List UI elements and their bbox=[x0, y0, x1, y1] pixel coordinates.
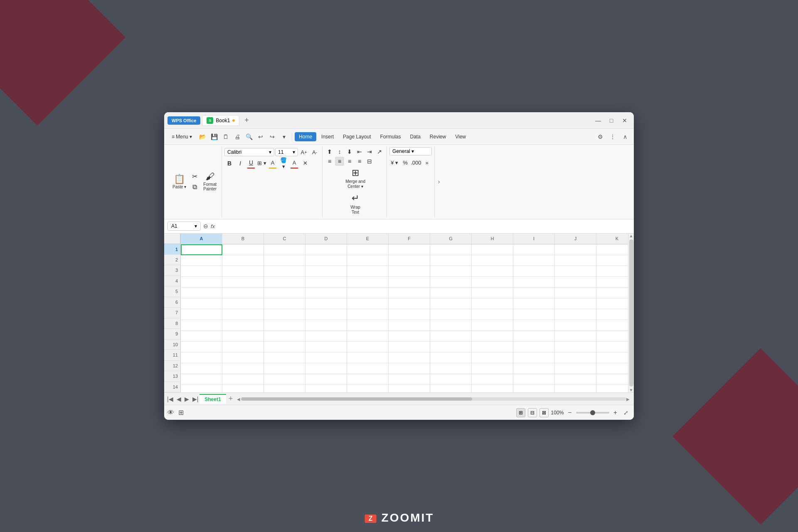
hscroll-left-arrow[interactable]: ◀ bbox=[237, 397, 241, 401]
row-num-10[interactable]: 10 bbox=[164, 340, 180, 350]
bold-button[interactable]: B bbox=[224, 158, 234, 168]
row-num-14[interactable]: 14 bbox=[164, 382, 180, 392]
cell-C1[interactable] bbox=[264, 244, 305, 255]
col-header-J[interactable]: J bbox=[555, 234, 596, 244]
vertical-scrollbar[interactable]: ▲ ▼ bbox=[628, 234, 634, 392]
document-tab[interactable]: S Book1 bbox=[202, 115, 239, 126]
row-num-6[interactable]: 6 bbox=[164, 297, 180, 308]
add-sheet-button[interactable]: + bbox=[226, 394, 236, 403]
grid-view-icon[interactable]: ⊞ bbox=[178, 409, 184, 416]
row-num-8[interactable]: 8 bbox=[164, 318, 180, 329]
row-num-1[interactable]: 1 bbox=[164, 244, 180, 254]
align-bottom-button[interactable]: ⬇ bbox=[345, 147, 354, 156]
col-header-A[interactable]: A bbox=[181, 234, 222, 244]
zoom-slider-thumb[interactable] bbox=[590, 410, 595, 415]
minimize-button[interactable]: — bbox=[592, 116, 604, 125]
sheet-tab-sheet1[interactable]: Sheet1 bbox=[200, 394, 226, 404]
align-justify-button[interactable]: ≡ bbox=[355, 157, 364, 166]
collapse-ribbon-icon[interactable]: ∧ bbox=[620, 131, 631, 142]
template-icon[interactable]: 🗒 bbox=[220, 131, 231, 142]
wps-logo-button[interactable]: WPS Office bbox=[167, 116, 200, 125]
cell-A1[interactable] bbox=[181, 244, 222, 255]
row-num-5[interactable]: 5 bbox=[164, 286, 180, 297]
percent-button[interactable]: % bbox=[400, 158, 410, 167]
row-num-4[interactable]: 4 bbox=[164, 276, 180, 286]
col-header-G[interactable]: G bbox=[430, 234, 472, 244]
col-header-E[interactable]: E bbox=[347, 234, 389, 244]
cell-F1[interactable] bbox=[389, 244, 430, 255]
normal-view-button[interactable]: ⊞ bbox=[516, 408, 525, 417]
comma-button[interactable]: ,000 bbox=[411, 158, 421, 167]
fullscreen-button[interactable]: ⤢ bbox=[621, 408, 631, 417]
wrap-text-button[interactable]: ↵ WrapText bbox=[342, 191, 369, 216]
row-num-9[interactable]: 9 bbox=[164, 329, 180, 339]
page-layout-view-button[interactable]: ⊟ bbox=[528, 408, 537, 417]
clear-format-button[interactable]: ✕ bbox=[300, 158, 310, 168]
menu-item-home[interactable]: Home bbox=[295, 132, 316, 141]
print-icon[interactable]: 🖨 bbox=[232, 131, 243, 142]
menu-item-view[interactable]: View bbox=[451, 132, 470, 141]
maximize-button[interactable]: □ bbox=[606, 116, 617, 125]
fill-color-btn2[interactable]: 🪣 ▾ bbox=[278, 158, 288, 168]
cell-A2[interactable] bbox=[181, 255, 222, 266]
font-shrink-button[interactable]: A- bbox=[310, 147, 320, 157]
italic-button[interactable]: I bbox=[235, 158, 245, 168]
col-header-F[interactable]: F bbox=[389, 234, 430, 244]
align-center-button[interactable]: ≡ bbox=[335, 157, 344, 166]
ribbon-scroll-right[interactable]: › bbox=[435, 146, 443, 217]
cell-K1[interactable] bbox=[596, 244, 628, 255]
cell-E1[interactable] bbox=[347, 244, 389, 255]
menu-item-insert[interactable]: Insert bbox=[317, 132, 338, 141]
align-left-button[interactable]: ≡ bbox=[325, 157, 334, 166]
currency-button[interactable]: ¥ ▾ bbox=[389, 158, 399, 167]
page-break-view-button[interactable]: ⊠ bbox=[539, 408, 549, 417]
col-header-C[interactable]: C bbox=[264, 234, 305, 244]
open-folder-icon[interactable]: 📂 bbox=[197, 131, 208, 142]
zoom-out-button[interactable]: − bbox=[566, 409, 573, 416]
col-header-K[interactable]: K bbox=[596, 234, 628, 244]
row-num-11[interactable]: 11 bbox=[164, 350, 180, 360]
col-header-D[interactable]: D bbox=[305, 234, 347, 244]
menu-item-formulas[interactable]: Formulas bbox=[376, 132, 405, 141]
orientation-button[interactable]: ↗ bbox=[375, 147, 384, 156]
scrollbar-down-arrow[interactable]: ▼ bbox=[629, 387, 634, 392]
formula-input[interactable] bbox=[217, 223, 631, 229]
menu-hamburger[interactable]: ≡ Menu ▾ bbox=[167, 132, 196, 141]
sheet-first-button[interactable]: |◀ bbox=[166, 396, 175, 402]
cell-D1[interactable] bbox=[305, 244, 347, 255]
paste-button[interactable]: 📋 Paste ▾ bbox=[170, 173, 189, 191]
font-grow-button[interactable]: A+ bbox=[299, 147, 309, 157]
settings-icon[interactable]: ⚙ bbox=[595, 131, 606, 142]
more-tools-icon[interactable]: ▾ bbox=[278, 131, 289, 142]
cell-reference-box[interactable]: A1 ▾ bbox=[167, 222, 201, 231]
new-tab-button[interactable]: + bbox=[241, 116, 252, 125]
cell-H1[interactable] bbox=[472, 244, 513, 255]
row-num-7[interactable]: 7 bbox=[164, 308, 180, 318]
reading-mode-icon[interactable]: 👁 bbox=[167, 409, 174, 416]
align-distribute-button[interactable]: ⊟ bbox=[365, 157, 374, 166]
indent-increase-button[interactable]: ⇥ bbox=[365, 147, 374, 156]
row-num-2[interactable]: 2 bbox=[164, 255, 180, 265]
cut-button[interactable]: ✂ bbox=[190, 171, 199, 182]
fill-color-button[interactable]: A bbox=[268, 158, 278, 167]
row-num-13[interactable]: 13 bbox=[164, 371, 180, 382]
scrollbar-thumb[interactable] bbox=[629, 239, 633, 387]
more-options-icon[interactable]: ⋮ bbox=[607, 131, 618, 142]
sheet-last-button[interactable]: ▶| bbox=[191, 396, 200, 402]
number-format-selector[interactable]: General ▾ bbox=[389, 147, 432, 155]
align-top-button[interactable]: ⬆ bbox=[325, 147, 334, 156]
format-painter-button[interactable]: 🖌 FormatPainter bbox=[201, 170, 219, 193]
col-header-H[interactable]: H bbox=[472, 234, 513, 244]
cell-B1[interactable] bbox=[222, 244, 264, 255]
menu-item-page-layout[interactable]: Page Layout bbox=[339, 132, 375, 141]
more-number-button[interactable]: » bbox=[422, 158, 432, 167]
row-num-12[interactable]: 12 bbox=[164, 361, 180, 371]
col-header-I[interactable]: I bbox=[513, 234, 555, 244]
formula-zoom-icon[interactable]: ⊖ bbox=[203, 223, 208, 229]
h-scrollbar-thumb[interactable] bbox=[241, 397, 472, 401]
undo-icon[interactable]: ↩ bbox=[255, 131, 266, 142]
menu-item-data[interactable]: Data bbox=[406, 132, 424, 141]
sheet-prev-button[interactable]: ◀ bbox=[175, 396, 182, 402]
underline-button[interactable]: U bbox=[246, 158, 256, 167]
search-file-icon[interactable]: 🔍 bbox=[244, 131, 254, 142]
